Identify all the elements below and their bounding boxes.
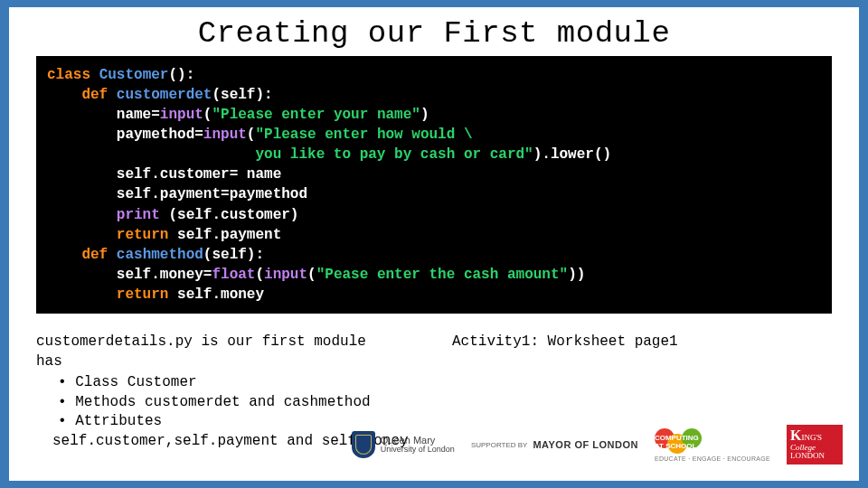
kw-def: def [81, 87, 108, 103]
desc-line1: customerdetails.py is our first module [36, 333, 443, 352]
t: SUPPORTED BY [471, 441, 528, 449]
t: self.money= [117, 267, 212, 283]
logo-text: Queen Mary University of London [381, 436, 455, 455]
logo-kings-college: KING'S College LONDON [787, 425, 843, 465]
t: COMPUTING AT SCHOOL [655, 434, 707, 450]
str: "Please enter how would \ [255, 127, 472, 143]
logo-mayor-of-london: SUPPORTED BY MAYOR OF LONDON [471, 439, 638, 450]
module-filename: customerdetails.py [36, 333, 193, 350]
bi: input [160, 107, 203, 123]
class-name: Customer [99, 67, 169, 83]
t: ( [203, 107, 212, 123]
bi: float [212, 267, 255, 283]
kw: return [117, 286, 169, 303]
list-item: Class Customer [58, 373, 443, 393]
t: is our first module [193, 333, 366, 350]
logo-queen-mary: Queen Mary University of London [352, 431, 455, 458]
cas-mark-icon: COMPUTING AT SCHOOL [655, 428, 707, 455]
str: you like to pay by cash or card" [255, 146, 533, 163]
desc-list: Class Customer Methods customerdet and c… [36, 373, 443, 432]
kw-class: class [47, 67, 90, 83]
slide: Creating our First module class Customer… [0, 0, 868, 488]
t: ( [307, 267, 316, 283]
t: (self): [203, 247, 264, 263]
t: ING'S [801, 433, 822, 442]
t: LONDON [790, 451, 825, 460]
slide-title: Creating our First module [9, 7, 859, 56]
kw-def: def [81, 247, 108, 263]
t: )) [568, 267, 585, 283]
t: name= [117, 107, 160, 123]
code-block: class Customer(): def customerdet(self):… [36, 56, 832, 314]
logo-computing-at-school: COMPUTING AT SCHOOL EDUCATE · ENGAGE · E… [655, 428, 770, 462]
str: "Pease enter the cash amount" [316, 267, 568, 283]
kw: return [117, 227, 169, 243]
str: "Please enter your name" [212, 107, 420, 123]
t: ( [247, 127, 256, 143]
list-item: Methods customerdet and cashmethod [58, 393, 443, 413]
t: ) [420, 107, 429, 123]
t: (self): [212, 87, 272, 103]
t: University of London [381, 446, 455, 454]
crest-icon [352, 431, 375, 458]
t: EDUCATE · ENGAGE · ENCOURAGE [655, 455, 770, 462]
t: self.money [168, 286, 264, 303]
t: (self.customer) [160, 207, 299, 223]
t: self.payment=paymethod [117, 186, 307, 202]
t: ( [255, 267, 264, 283]
fn-name: customerdet [117, 87, 212, 103]
desc-line2: has [36, 352, 443, 372]
t: (): [168, 67, 194, 83]
t: ).lower() [533, 146, 611, 163]
t: MAYOR OF LONDON [533, 439, 638, 450]
t: self.customer= name [117, 166, 281, 183]
fn-name: cashmethod [117, 247, 203, 263]
logo-row: Queen Mary University of London SUPPORTE… [352, 425, 843, 465]
bi: input [203, 127, 247, 143]
bi: print [117, 207, 160, 223]
bi: input [264, 267, 307, 283]
t: paymethod= [117, 127, 203, 143]
t: self.payment [168, 227, 281, 243]
